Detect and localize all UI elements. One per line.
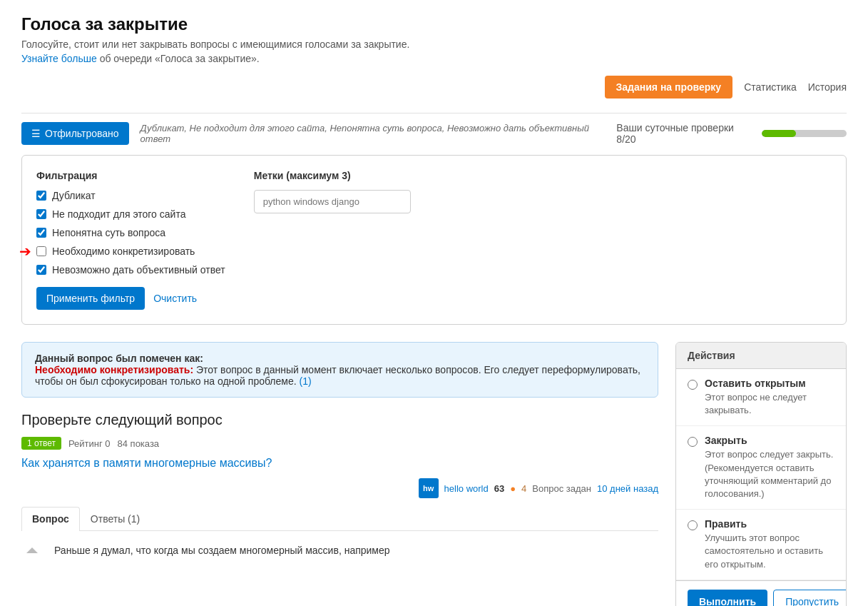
filter-actions: Применить фильтр Очистить	[36, 287, 225, 310]
question-body: Раньше я думал, что когда мы создаем мно…	[21, 542, 658, 564]
action-buttons: Выполнить Пропустить	[676, 580, 846, 606]
username-link[interactable]: hello world	[444, 483, 489, 494]
stats-link[interactable]: Статистика	[744, 81, 797, 93]
views-label: 84 показа	[118, 438, 160, 449]
page-subtitle-link: Узнайте больше об очереди «Голоса за зак…	[21, 53, 847, 64]
filter-section: Фильтрация Дубликат Не подходит для этог…	[36, 170, 225, 310]
actions-panel: Действия Оставить открытым Этот вопрос н…	[675, 342, 847, 606]
flag-box: Данный вопрос был помечен как: Необходим…	[21, 342, 658, 398]
action-close-label[interactable]: Закрыть Этот вопрос следует закрыть. (Ре…	[688, 435, 834, 500]
top-bar: Задания на проверку Статистика История	[21, 76, 847, 99]
action-close-desc: Этот вопрос следует закрыть. (Рекомендуе…	[705, 449, 833, 499]
arrow-pointer-icon: ➔	[19, 243, 31, 260]
tags-section-title: Метки (максимум 3)	[254, 170, 411, 181]
review-tasks-button[interactable]: Задания на проверку	[605, 76, 733, 99]
filter-section-title: Фильтрация	[36, 170, 225, 181]
tab-question[interactable]: Вопрос	[21, 507, 80, 531]
main-content: Данный вопрос был помечен как: Необходим…	[21, 342, 847, 606]
avatar: hw	[419, 478, 439, 498]
action-keep-open-desc: Этот вопрос не следует закрывать.	[705, 392, 807, 415]
answers-badge: 1 ответ	[21, 437, 61, 450]
action-item-keep-open: Оставить открытым Этот вопрос не следует…	[676, 369, 846, 426]
progress-bar-fill	[762, 130, 796, 137]
page-title: Голоса за закрытие	[21, 14, 847, 34]
question-section-title: Проверьте следующий вопрос	[21, 412, 658, 428]
learn-more-link[interactable]: Узнайте больше	[21, 53, 97, 64]
vote-column	[21, 542, 43, 564]
tabs: Вопрос Ответы (1)	[21, 507, 658, 531]
clear-filter-link[interactable]: Очистить	[153, 293, 197, 304]
page-header: Голоса за закрытие Голосуйте, стоит или …	[21, 14, 847, 64]
vote-up-button[interactable]	[21, 542, 43, 564]
action-edit-desc: Улучшить этот вопрос самостоятельно и ос…	[705, 532, 823, 569]
user-badge-dot: ●	[510, 483, 516, 494]
action-edit-title: Править	[705, 518, 834, 530]
page-subtitle: Голосуйте, стоит или нет закрывать вопро…	[21, 39, 847, 50]
vote-up-icon	[24, 545, 41, 562]
question-text: Раньше я думал, что когда мы создаем мно…	[54, 542, 658, 558]
flag-count-link[interactable]: (1)	[300, 375, 312, 387]
checkbox-not-suitable[interactable]: Не подходит для этого сайта	[36, 208, 225, 220]
tags-input[interactable]	[254, 190, 411, 213]
time-label-link[interactable]: 10 дней назад	[597, 483, 658, 494]
divider	[21, 113, 847, 113]
filter-icon: ☰	[31, 128, 41, 139]
question-meta: 1 ответ Рейтинг 0 84 показа	[21, 437, 658, 450]
progress-bar	[762, 130, 847, 137]
question-link[interactable]: Как хранятся в памяти многомерные массив…	[21, 457, 658, 470]
action-close-title: Закрыть	[705, 435, 834, 446]
action-item-edit: Править Улучшить этот вопрос самостоятел…	[676, 510, 846, 580]
checkbox-unclear[interactable]: Непонятна суть вопроса	[36, 227, 225, 238]
left-panel: Данный вопрос был помечен как: Необходим…	[21, 342, 658, 606]
filter-button[interactable]: ☰ Отфильтровано	[21, 122, 129, 145]
checkbox-needs-detail[interactable]: Необходимо конкретизировать	[36, 246, 225, 257]
action-keep-open-label[interactable]: Оставить открытым Этот вопрос не следует…	[688, 378, 834, 417]
action-item-close: Закрыть Этот вопрос следует закрыть. (Ре…	[676, 426, 846, 510]
posted-label: Вопрос задан	[532, 483, 591, 494]
right-panel: Действия Оставить открытым Этот вопрос н…	[675, 342, 847, 606]
flag-prefix: Данный вопрос был помечен как:	[35, 353, 203, 364]
daily-reviews: Ваши суточные проверки 8/20	[616, 122, 847, 145]
checkbox-no-objective[interactable]: Невозможно дать объективный ответ	[36, 264, 225, 276]
execute-button[interactable]: Выполнить	[688, 590, 767, 606]
filter-panel: Фильтрация Дубликат Не подходит для этог…	[21, 155, 847, 325]
action-close-radio[interactable]	[688, 437, 698, 447]
action-edit-label[interactable]: Править Улучшить этот вопрос самостоятел…	[688, 518, 834, 571]
checkbox-duplicate[interactable]: Дубликат	[36, 190, 225, 201]
top-bar-right: Задания на проверку Статистика История	[605, 76, 847, 99]
tags-section: Метки (максимум 3)	[254, 170, 411, 310]
skip-button[interactable]: Пропустить	[773, 590, 847, 606]
filter-tags-text: Дубликат, Не подходит для этого сайта, Н…	[141, 123, 617, 144]
actions-header: Действия	[676, 343, 846, 369]
question-user: hw hello world 63 ● 4 Вопрос задан 10 дн…	[21, 478, 658, 498]
apply-filter-button[interactable]: Применить фильтр	[36, 287, 145, 310]
tab-answers[interactable]: Ответы (1)	[80, 507, 150, 530]
action-keep-open-radio[interactable]	[688, 380, 698, 390]
user-rep: 63	[494, 483, 504, 494]
action-keep-open-title: Оставить открытым	[705, 378, 834, 389]
filter-row: ☰ Отфильтровано Дубликат, Не подходит дл…	[21, 122, 616, 145]
action-edit-radio[interactable]	[688, 520, 698, 530]
flag-reason: Необходимо конкретизировать:	[35, 364, 193, 375]
rating-label: Рейтинг 0	[68, 438, 111, 449]
user-badge4: 4	[521, 483, 526, 494]
history-link[interactable]: История	[808, 81, 847, 93]
